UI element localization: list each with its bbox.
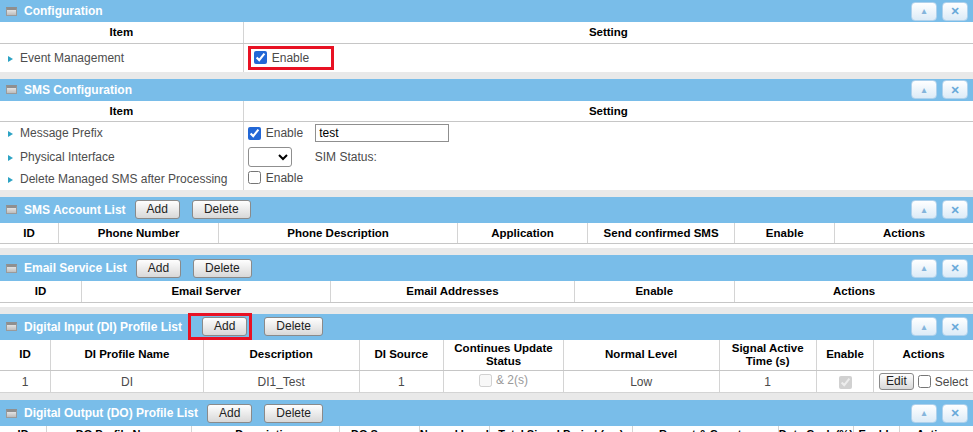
cell-actions: Edit Select	[874, 371, 973, 393]
col-normal-level: Normal Level	[419, 426, 489, 432]
col-actions: Actions	[900, 426, 973, 432]
col-actions: Actions	[874, 340, 973, 371]
enable-label: Enable	[266, 171, 303, 185]
di-profile-list-header: Digital Input (DI) Profile List Add Dele…	[0, 314, 973, 340]
col-actions: Actions	[735, 281, 973, 302]
physical-interface-row: Physical Interface SIM Status:	[0, 145, 973, 169]
col-email-addresses: Email Addresses	[331, 281, 574, 302]
cell-continues-update-status: & 2(s)	[444, 371, 564, 393]
cell-di-source: 1	[359, 371, 444, 393]
cell-enable	[816, 371, 873, 393]
add-button[interactable]: Add	[136, 259, 181, 278]
delete-button[interactable]: Delete	[192, 200, 251, 219]
section-title: Configuration	[24, 4, 103, 18]
do-profile-list-header: Digital Output (DO) Profile List Add Del…	[0, 400, 973, 426]
row-arrow-icon	[8, 56, 13, 62]
collapse-button[interactable]: ▴	[911, 80, 937, 99]
delete-button[interactable]: Delete	[193, 259, 252, 278]
enable-label: Enable	[272, 51, 309, 65]
delete-managed-sms-label: Delete Managed SMS after Processing	[20, 172, 227, 186]
collapse-button[interactable]: ▴	[911, 404, 937, 423]
section-title: Email Service List	[24, 261, 127, 275]
sms-account-table: ID Phone Number Phone Description Applic…	[0, 223, 973, 245]
col-actions: Actions	[835, 223, 973, 244]
add-button[interactable]: Add	[135, 200, 180, 219]
close-icon[interactable]: ✕	[942, 317, 968, 336]
close-icon[interactable]: ✕	[942, 404, 968, 423]
email-service-list-header: Email Service List Add Delete ▴ ✕	[0, 255, 973, 281]
add-button[interactable]: Add	[207, 404, 252, 423]
message-prefix-row: Message Prefix Enable	[0, 122, 973, 145]
table-header-row: Item Setting	[0, 101, 973, 122]
sms-account-list-section: SMS Account List Add Delete ▴ ✕ ID Phone…	[0, 197, 973, 249]
email-service-list-section: Email Service List Add Delete ▴ ✕ ID Ema…	[0, 255, 973, 307]
continues-update-checkbox	[479, 374, 492, 387]
sms-configuration-section: SMS Configuration ▴ ✕ Item Setting Messa…	[0, 79, 973, 190]
row-arrow-icon	[8, 177, 13, 183]
col-di-source: DI Source	[359, 340, 444, 371]
select-label: Select	[935, 375, 968, 389]
delete-managed-sms-enable-checkbox[interactable]	[248, 171, 261, 184]
col-enable: Enable	[816, 340, 873, 371]
section-title: Digital Input (DI) Profile List	[24, 320, 182, 334]
col-application: Application	[457, 223, 587, 244]
window-icon	[6, 409, 17, 418]
section-title: SMS Configuration	[24, 83, 132, 97]
collapse-button[interactable]: ▴	[911, 2, 937, 21]
col-item: Item	[0, 22, 243, 43]
collapse-button[interactable]: ▴	[911, 200, 937, 219]
col-description: Description	[192, 426, 340, 432]
window-icon	[6, 264, 17, 273]
di-profile-table: ID DI Profile Name Description DI Source…	[0, 340, 973, 394]
cell-signal-active-time: 1	[719, 371, 816, 393]
collapse-button[interactable]: ▴	[911, 259, 937, 278]
di-profile-row: 1 DI DI1_Test 1 & 2(s) Low 1 Edit Select	[0, 371, 973, 393]
add-button[interactable]: Add	[202, 317, 247, 336]
col-id: ID	[0, 223, 58, 244]
cell-id: 1	[0, 371, 51, 393]
col-email-server: Email Server	[82, 281, 331, 302]
select-checkbox[interactable]	[918, 375, 931, 388]
col-description: Description	[203, 340, 359, 371]
sms-configuration-table: Item Setting Message Prefix Enable Physi…	[0, 101, 973, 190]
col-normal-level: Normal Level	[563, 340, 719, 371]
configuration-section: Configuration ▴ ✕ Item Setting Event Man…	[0, 0, 973, 72]
row-arrow-icon	[8, 155, 13, 161]
message-prefix-input[interactable]	[315, 124, 449, 142]
collapse-button[interactable]: ▴	[911, 317, 937, 336]
row-arrow-icon	[8, 131, 13, 137]
col-phone-number: Phone Number	[58, 223, 219, 244]
physical-interface-label: Physical Interface	[20, 150, 115, 164]
delete-button[interactable]: Delete	[264, 317, 323, 336]
close-icon[interactable]: ✕	[942, 200, 968, 219]
do-profile-list-section: Digital Output (DO) Profile List Add Del…	[0, 400, 973, 432]
cell-normal-level: Low	[563, 371, 719, 393]
edit-button[interactable]: Edit	[879, 373, 914, 390]
close-icon[interactable]: ✕	[942, 80, 968, 99]
close-icon[interactable]: ✕	[942, 2, 968, 21]
window-icon	[6, 85, 17, 94]
col-di-profile-name: DI Profile Name	[51, 340, 204, 371]
event-management-enable-checkbox[interactable]	[254, 51, 267, 64]
table-header-row: Item Setting	[0, 22, 973, 43]
col-total-signal-period: Total Signal Period (ms)	[489, 426, 632, 432]
highlight-box: Enable	[248, 46, 334, 70]
col-duty-cycle: Duty Cycle(%)	[778, 426, 853, 432]
window-icon	[6, 7, 17, 16]
delete-button[interactable]: Delete	[264, 404, 323, 423]
physical-interface-select[interactable]	[248, 147, 292, 167]
section-title: SMS Account List	[24, 203, 126, 217]
event-management-label: Event Management	[20, 51, 124, 65]
col-id: ID	[0, 281, 82, 302]
window-icon	[6, 205, 17, 214]
col-item: Item	[0, 101, 243, 122]
message-prefix-enable-checkbox[interactable]	[248, 127, 261, 140]
close-icon[interactable]: ✕	[942, 259, 968, 278]
col-enable: Enable	[853, 426, 900, 432]
do-profile-table: ID DO Profile Name Description DO Source…	[0, 426, 973, 432]
col-phone-description: Phone Description	[219, 223, 457, 244]
configuration-table: Item Setting Event Management Enable	[0, 22, 973, 72]
col-id: ID	[0, 340, 51, 371]
col-setting: Setting	[243, 101, 973, 122]
email-service-table: ID Email Server Email Addresses Enable A…	[0, 281, 973, 303]
